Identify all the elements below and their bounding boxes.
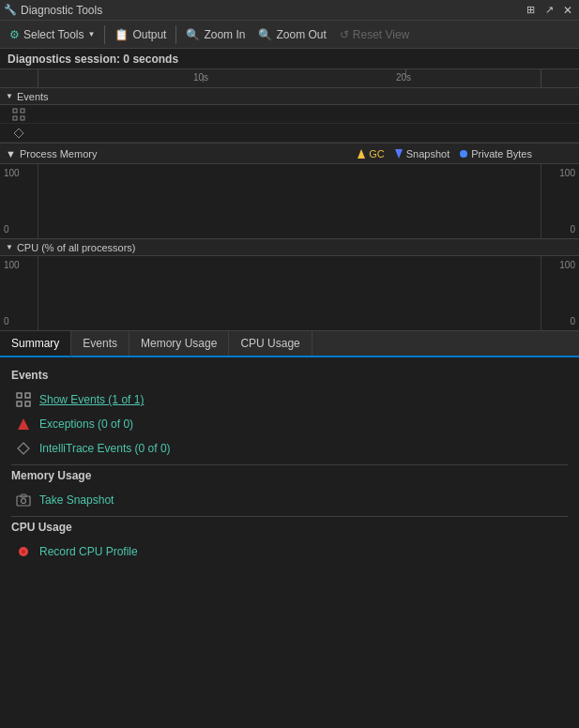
reset-view-icon: ↺ xyxy=(340,28,349,41)
zoom-in-button[interactable]: 🔍 Zoom In xyxy=(180,23,251,46)
events-row-2-icon xyxy=(0,128,38,139)
diagnostic-tools-icon: 🔧 xyxy=(4,4,17,16)
divider-1 xyxy=(11,464,568,465)
summary-memory-title: Memory Usage xyxy=(11,469,568,482)
svg-marker-5 xyxy=(358,149,365,159)
events-row-1 xyxy=(0,105,579,124)
events-row-1-icon xyxy=(0,108,38,121)
pm-bottom-left: 0 xyxy=(4,224,9,235)
ruler-label-20s: 20s xyxy=(396,72,411,83)
events-collapse-icon: ▼ xyxy=(6,92,13,100)
select-tools-button[interactable]: ⚙ Select Tools ▼ xyxy=(4,23,100,46)
ruler-label-10s: 10s xyxy=(193,72,208,83)
cpu-bottom-left: 0 xyxy=(4,316,9,326)
events-section-header[interactable]: ▼ Events xyxy=(0,88,579,105)
events-track-2 xyxy=(38,124,579,142)
session-text: Diagnostics session: 0 seconds xyxy=(8,53,178,66)
svg-rect-10 xyxy=(17,402,22,406)
pm-bottom-right: 0 xyxy=(570,224,575,235)
cpu-collapse-icon: ▼ xyxy=(6,243,13,251)
process-memory-chart: 100 0 100 0 xyxy=(0,164,579,239)
output-button[interactable]: 📋 Output xyxy=(109,23,172,46)
svg-rect-0 xyxy=(13,109,17,113)
svg-rect-9 xyxy=(25,393,30,398)
record-cpu-item[interactable]: Record CPU Profile xyxy=(11,539,568,564)
intellitrace-item[interactable]: IntelliTrace Events (0 of 0) xyxy=(11,436,568,461)
svg-rect-1 xyxy=(21,109,24,113)
take-snapshot-item[interactable]: Take Snapshot xyxy=(11,488,568,512)
show-events-text: Show Events (1 of 1) xyxy=(39,393,144,406)
svg-marker-13 xyxy=(18,443,29,454)
reset-view-label: Reset View xyxy=(353,28,409,41)
close-button[interactable]: ✕ xyxy=(560,3,575,18)
cpu-chart: 100 0 100 0 xyxy=(0,256,579,331)
toolbar-separator-1 xyxy=(104,25,105,44)
output-label: Output xyxy=(132,28,166,41)
reset-view-button[interactable]: ↺ Reset View xyxy=(334,23,415,46)
svg-rect-2 xyxy=(13,116,17,120)
output-icon: 📋 xyxy=(114,28,129,41)
events-title: Events xyxy=(17,91,49,102)
cpu-section-header[interactable]: ▼ CPU (% of all processors) xyxy=(0,239,579,256)
svg-rect-3 xyxy=(21,116,24,120)
tabs-bar: Summary Events Memory Usage CPU Usage xyxy=(0,331,579,357)
svg-marker-12 xyxy=(18,418,29,430)
select-tools-label: Select Tools xyxy=(23,28,84,41)
zoom-in-label: Zoom In xyxy=(204,28,245,41)
events-section xyxy=(0,105,579,144)
legend-private-label: Private Bytes xyxy=(471,148,532,159)
exceptions-icon xyxy=(15,416,32,432)
tab-cpu-usage[interactable]: CPU Usage xyxy=(229,331,312,356)
pm-top-left: 100 xyxy=(4,168,20,178)
exceptions-item[interactable]: Exceptions (0 of 0) xyxy=(11,412,568,436)
process-memory-header[interactable]: ▼ Process Memory GC Snapshot Private Byt… xyxy=(0,144,579,164)
ruler-left-tick xyxy=(38,69,38,87)
process-memory-legend: GC Snapshot Private Bytes xyxy=(357,148,532,159)
events-row-2 xyxy=(0,124,579,143)
summary-events-title: Events xyxy=(11,369,568,382)
legend-snapshot-label: Snapshot xyxy=(406,148,449,159)
exceptions-text: Exceptions (0 of 0) xyxy=(39,417,133,431)
zoom-out-button[interactable]: 🔍 Zoom Out xyxy=(252,23,331,46)
take-snapshot-text: Take Snapshot xyxy=(39,493,114,507)
tab-memory-usage[interactable]: Memory Usage xyxy=(130,331,229,356)
ruler-right-tick xyxy=(541,69,541,87)
process-memory-grid xyxy=(38,164,541,238)
snapshot-icon xyxy=(15,492,32,508)
legend-private-bytes: Private Bytes xyxy=(459,148,532,159)
title-bar: 🔧 Diagnostic Tools ⊞ ↗ ✕ xyxy=(0,0,579,21)
svg-marker-6 xyxy=(395,149,403,159)
zoom-out-icon: 🔍 xyxy=(258,28,272,41)
record-cpu-icon xyxy=(15,543,32,560)
tab-events[interactable]: Events xyxy=(71,331,130,356)
dropdown-arrow-icon: ▼ xyxy=(87,30,95,38)
timeline-ruler: 10s 20s xyxy=(0,69,579,88)
svg-marker-4 xyxy=(14,129,23,138)
svg-point-18 xyxy=(22,550,25,554)
float-button[interactable]: ↗ xyxy=(541,3,556,18)
title-bar-text: Diagnostic Tools xyxy=(21,4,102,17)
intellitrace-text: IntelliTrace Events (0 of 0) xyxy=(39,442,171,455)
divider-2 xyxy=(11,516,568,517)
cpu-top-right: 100 xyxy=(559,260,575,270)
record-cpu-text: Record CPU Profile xyxy=(39,545,138,558)
title-bar-left: 🔧 Diagnostic Tools xyxy=(4,4,102,17)
title-bar-right: ⊞ ↗ ✕ xyxy=(523,3,575,18)
show-events-item[interactable]: Show Events (1 of 1) xyxy=(11,387,568,412)
legend-snapshot: Snapshot xyxy=(394,148,449,159)
pin-button[interactable]: ⊞ xyxy=(523,3,538,18)
process-memory-title: Process Memory xyxy=(20,148,98,159)
gear-icon: ⚙ xyxy=(9,28,20,41)
show-events-icon xyxy=(15,391,32,408)
cpu-top-left: 100 xyxy=(4,260,20,270)
tab-summary[interactable]: Summary xyxy=(0,331,71,357)
cpu-bottom-right: 0 xyxy=(570,316,575,326)
svg-rect-8 xyxy=(17,393,22,398)
cpu-title: CPU (% of all processors) xyxy=(17,242,136,253)
process-memory-collapse-icon: ▼ xyxy=(6,148,16,159)
pm-top-right: 100 xyxy=(559,168,575,178)
bottom-panel: Summary Events Memory Usage CPU Usage Ev… xyxy=(0,331,579,571)
cpu-grid xyxy=(38,256,541,330)
svg-rect-11 xyxy=(25,402,30,406)
intellitrace-icon xyxy=(15,440,32,457)
